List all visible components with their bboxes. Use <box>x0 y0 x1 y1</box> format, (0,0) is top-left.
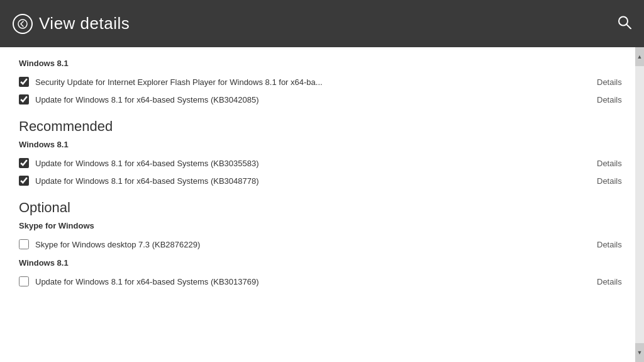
section-optional: Optional Skype for Windows Skype for Win… <box>19 200 625 290</box>
svg-line-2 <box>626 24 631 28</box>
details-link-1[interactable]: Details <box>597 77 625 87</box>
subsection-skype: Skype for Windows Skype for Windows desk… <box>19 221 625 253</box>
section-category-skype: Skype for Windows <box>19 221 625 230</box>
checkbox-item-4[interactable] <box>19 176 29 186</box>
section-recommended: Recommended Windows 8.1 Update for Windo… <box>19 118 625 189</box>
checkbox-item-3[interactable] <box>19 158 29 168</box>
section-top-windows: Windows 8.1 Security Update for Internet… <box>19 59 625 108</box>
update-item-5: Skype for Windows desktop 7.3 (KB2876229… <box>19 235 625 253</box>
section-category-recommended: Windows 8.1 <box>19 140 625 149</box>
search-button[interactable] <box>618 15 631 32</box>
optional-heading: Optional <box>19 200 625 216</box>
update-label-1: Security Update for Internet Explorer Fl… <box>35 77 591 87</box>
update-label-4: Update for Windows 8.1 for x64-based Sys… <box>35 176 591 186</box>
scroll-down-button[interactable]: ▼ <box>635 343 644 362</box>
update-label-2: Update for Windows 8.1 for x64-based Sys… <box>35 95 591 105</box>
header: View details <box>0 0 644 47</box>
update-label-5: Skype for Windows desktop 7.3 (KB2876229… <box>35 240 591 249</box>
details-link-4[interactable]: Details <box>597 176 625 186</box>
back-button[interactable]: View details <box>13 14 130 34</box>
update-item-2: Update for Windows 8.1 for x64-based Sys… <box>19 91 625 108</box>
checkbox-item-2[interactable] <box>19 94 29 105</box>
section-category-top: Windows 8.1 <box>19 59 625 68</box>
details-link-6[interactable]: Details <box>597 277 625 286</box>
section-category-optional-windows: Windows 8.1 <box>19 258 625 268</box>
checkbox-item-5[interactable] <box>19 239 29 249</box>
update-item-1: Security Update for Internet Explorer Fl… <box>19 73 625 91</box>
update-item-6: Update for Windows 8.1 for x64-based Sys… <box>19 273 625 290</box>
subsection-optional-windows: Windows 8.1 Update for Windows 8.1 for x… <box>19 258 625 290</box>
details-link-3[interactable]: Details <box>597 159 625 168</box>
back-icon <box>13 14 33 34</box>
page-title: View details <box>39 14 130 33</box>
checkbox-item-6[interactable] <box>19 276 29 286</box>
update-item-4: Update for Windows 8.1 for x64-based Sys… <box>19 172 625 189</box>
scrollbar-track <box>635 47 644 362</box>
update-label-3: Update for Windows 8.1 for x64-based Sys… <box>35 159 591 168</box>
svg-point-0 <box>18 20 27 28</box>
main-content: Windows 8.1 Security Update for Internet… <box>0 47 644 362</box>
update-item-3: Update for Windows 8.1 for x64-based Sys… <box>19 154 625 172</box>
update-label-6: Update for Windows 8.1 for x64-based Sys… <box>35 277 591 286</box>
recommended-heading: Recommended <box>19 118 625 135</box>
checkbox-item-1[interactable] <box>19 77 29 87</box>
details-link-5[interactable]: Details <box>597 240 625 249</box>
scroll-up-button[interactable]: ▲ <box>635 47 644 66</box>
details-link-2[interactable]: Details <box>597 95 625 105</box>
